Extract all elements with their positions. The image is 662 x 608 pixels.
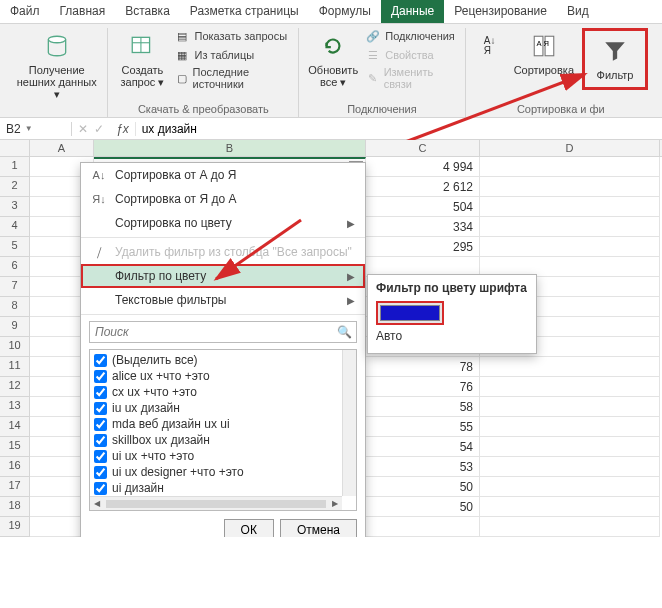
cell[interactable] [480, 517, 660, 537]
row-hdr[interactable]: 16 [0, 457, 30, 477]
cell[interactable]: 334 [366, 217, 480, 237]
checklist-checkbox[interactable] [94, 434, 107, 447]
row-hdr[interactable]: 4 [0, 217, 30, 237]
row-hdr[interactable]: 13 [0, 397, 30, 417]
fx-icon[interactable]: ƒx [110, 122, 136, 136]
refresh-all-button[interactable]: Обновить все ▾ [307, 28, 359, 92]
connections-cmd[interactable]: 🔗Подключения [365, 28, 456, 44]
checklist-item[interactable]: skillbox ux дизайн [92, 432, 354, 448]
select-all-corner[interactable] [0, 140, 30, 156]
tab-pagelayout[interactable]: Разметка страницы [180, 0, 309, 23]
tab-insert[interactable]: Вставка [115, 0, 180, 23]
row-hdr[interactable]: 15 [0, 437, 30, 457]
row-hdr[interactable]: 11 [0, 357, 30, 377]
checklist-checkbox[interactable] [94, 402, 107, 415]
tab-view[interactable]: Вид [557, 0, 599, 23]
checklist-vscroll[interactable] [342, 350, 356, 496]
sort-by-color-item[interactable]: Сортировка по цвету▶ [81, 211, 365, 235]
show-queries-cmd[interactable]: ▤Показать запросы [174, 28, 290, 44]
filter-search-input[interactable] [89, 321, 357, 343]
cell[interactable] [480, 217, 660, 237]
cell[interactable] [480, 157, 660, 177]
row-hdr[interactable]: 5 [0, 237, 30, 257]
tab-review[interactable]: Рецензирование [444, 0, 557, 23]
row-hdr[interactable]: 2 [0, 177, 30, 197]
cell[interactable]: 53 [366, 457, 480, 477]
checklist-item[interactable]: mda веб дизайн ux ui [92, 416, 354, 432]
cell[interactable] [480, 417, 660, 437]
col-hdr-d[interactable]: D [480, 140, 660, 156]
cell[interactable]: 78 [366, 357, 480, 377]
sort-za-item[interactable]: Я↓Сортировка от Я до А [81, 187, 365, 211]
row-hdr[interactable]: 10 [0, 337, 30, 357]
cell[interactable] [480, 197, 660, 217]
cell[interactable]: 2 612 [366, 177, 480, 197]
col-hdr-c[interactable]: C [366, 140, 480, 156]
checklist-item[interactable]: ui ux +что +это [92, 448, 354, 464]
checklist-item[interactable]: ui дизайн [92, 480, 354, 496]
cell[interactable] [480, 177, 660, 197]
checklist-checkbox[interactable] [94, 450, 107, 463]
checklist-checkbox[interactable] [94, 386, 107, 399]
from-table-cmd[interactable]: ▦Из таблицы [174, 47, 290, 63]
checklist-item[interactable]: cx ux +что +это [92, 384, 354, 400]
cell[interactable] [480, 457, 660, 477]
cell[interactable]: 50 [366, 497, 480, 517]
checklist-hscroll[interactable]: ◀▶ [90, 496, 342, 510]
formula-input[interactable] [136, 122, 662, 136]
checklist-checkbox[interactable] [94, 370, 107, 383]
ok-button[interactable]: ОК [224, 519, 274, 537]
checklist-checkbox[interactable] [94, 354, 107, 367]
cell[interactable]: 76 [366, 377, 480, 397]
tab-home[interactable]: Главная [50, 0, 116, 23]
text-filters-item[interactable]: Текстовые фильтры▶ [81, 288, 365, 312]
tab-data[interactable]: Данные [381, 0, 444, 23]
auto-color-item[interactable]: Авто [376, 329, 528, 343]
cell[interactable]: 4 994 [366, 157, 480, 177]
create-query-button[interactable]: Создать запрос ▾ [116, 28, 168, 92]
cell[interactable]: 295 [366, 237, 480, 257]
cancel-button[interactable]: Отмена [280, 519, 357, 537]
filter-by-color-item[interactable]: Фильтр по цвету▶ [81, 264, 365, 288]
col-hdr-b[interactable]: B [94, 140, 366, 156]
cell[interactable]: 54 [366, 437, 480, 457]
row-hdr[interactable]: 19 [0, 517, 30, 537]
cell[interactable] [480, 497, 660, 517]
cell[interactable] [480, 477, 660, 497]
cell[interactable] [366, 517, 480, 537]
checklist-checkbox[interactable] [94, 466, 107, 479]
row-hdr[interactable]: 7 [0, 277, 30, 297]
sort-az-button[interactable]: А↓Я [474, 28, 506, 64]
cell[interactable]: 58 [366, 397, 480, 417]
filter-checklist[interactable]: (Выделить все)alice ux +что +этоcx ux +ч… [89, 349, 357, 511]
cell[interactable] [480, 357, 660, 377]
recent-sources-cmd[interactable]: ▢Последние источники [174, 66, 290, 90]
get-external-data-button[interactable]: Получение нешних данных ▾ [14, 28, 99, 104]
cell[interactable] [480, 237, 660, 257]
checklist-item[interactable]: (Выделить все) [92, 352, 354, 368]
col-hdr-a[interactable]: A [30, 140, 94, 156]
cell[interactable] [480, 397, 660, 417]
tab-file[interactable]: Файл [0, 0, 50, 23]
checklist-item[interactable]: ui ux designer +что +это [92, 464, 354, 480]
row-hdr[interactable]: 8 [0, 297, 30, 317]
sort-az-item[interactable]: А↓Сортировка от А до Я [81, 163, 365, 187]
checklist-item[interactable]: alice ux +что +это [92, 368, 354, 384]
font-color-chip-blue[interactable] [380, 305, 440, 321]
sort-button[interactable]: А Я Сортировка [512, 28, 576, 80]
cell[interactable]: 504 [366, 197, 480, 217]
cell[interactable]: 50 [366, 477, 480, 497]
row-hdr[interactable]: 17 [0, 477, 30, 497]
name-box[interactable]: B2▼ [0, 122, 72, 136]
cell[interactable] [480, 377, 660, 397]
row-hdr[interactable]: 3 [0, 197, 30, 217]
cell[interactable] [480, 437, 660, 457]
tab-formulas[interactable]: Формулы [309, 0, 381, 23]
checklist-item[interactable]: iu ux дизайн [92, 400, 354, 416]
checklist-checkbox[interactable] [94, 418, 107, 431]
row-hdr[interactable]: 9 [0, 317, 30, 337]
row-hdr[interactable]: 18 [0, 497, 30, 517]
cell[interactable]: 55 [366, 417, 480, 437]
row-hdr[interactable]: 12 [0, 377, 30, 397]
row-hdr[interactable]: 14 [0, 417, 30, 437]
